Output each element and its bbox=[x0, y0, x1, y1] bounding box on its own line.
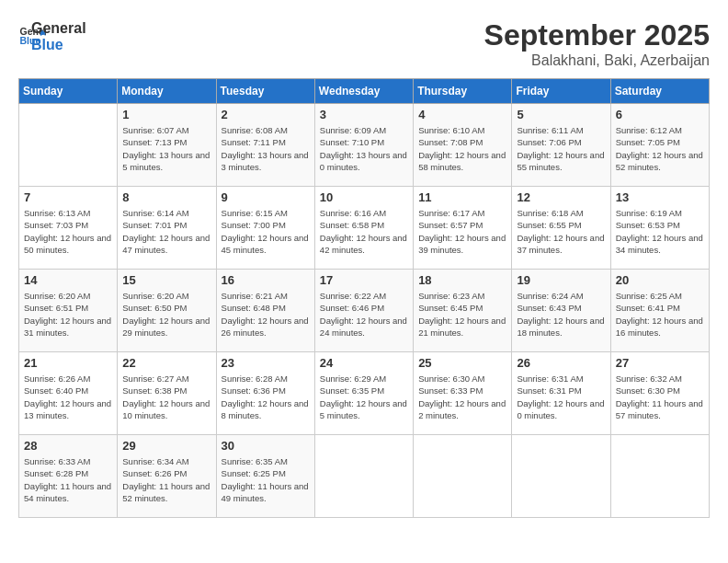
day-number: 26 bbox=[517, 356, 605, 370]
logo: General Blue General Blue bbox=[18, 18, 86, 52]
day-info: Sunrise: 6:22 AMSunset: 6:46 PMDaylight:… bbox=[320, 290, 408, 339]
day-number: 14 bbox=[24, 273, 112, 287]
day-number: 10 bbox=[320, 190, 408, 204]
logo-blue: Blue bbox=[31, 37, 86, 53]
day-info: Sunrise: 6:10 AMSunset: 7:08 PMDaylight:… bbox=[418, 124, 506, 173]
calendar-cell: 11Sunrise: 6:17 AMSunset: 6:57 PMDayligh… bbox=[414, 187, 512, 270]
day-info: Sunrise: 6:11 AMSunset: 7:06 PMDaylight:… bbox=[517, 124, 605, 173]
calendar-cell: 21Sunrise: 6:26 AMSunset: 6:40 PMDayligh… bbox=[19, 352, 118, 435]
calendar-body: 1Sunrise: 6:07 AMSunset: 7:13 PMDaylight… bbox=[19, 104, 710, 518]
calendar-cell: 22Sunrise: 6:27 AMSunset: 6:38 PMDayligh… bbox=[118, 352, 216, 435]
day-number: 19 bbox=[517, 273, 605, 287]
calendar-cell: 4Sunrise: 6:10 AMSunset: 7:08 PMDaylight… bbox=[414, 104, 512, 187]
calendar-cell: 15Sunrise: 6:20 AMSunset: 6:50 PMDayligh… bbox=[118, 270, 216, 352]
logo-general: General bbox=[31, 20, 86, 37]
day-number: 25 bbox=[418, 356, 506, 370]
calendar-cell: 9Sunrise: 6:15 AMSunset: 7:00 PMDaylight… bbox=[216, 187, 314, 270]
day-number: 1 bbox=[122, 108, 210, 121]
day-number: 15 bbox=[122, 273, 210, 287]
day-info: Sunrise: 6:23 AMSunset: 6:45 PMDaylight:… bbox=[418, 290, 506, 339]
day-info: Sunrise: 6:20 AMSunset: 6:51 PMDaylight:… bbox=[24, 290, 112, 339]
week-row-3: 21Sunrise: 6:26 AMSunset: 6:40 PMDayligh… bbox=[19, 352, 710, 435]
day-info: Sunrise: 6:25 AMSunset: 6:41 PMDaylight:… bbox=[616, 290, 704, 339]
day-info: Sunrise: 6:07 AMSunset: 7:13 PMDaylight:… bbox=[122, 124, 210, 173]
day-number: 7 bbox=[24, 190, 112, 204]
day-info: Sunrise: 6:15 AMSunset: 7:00 PMDaylight:… bbox=[222, 207, 310, 256]
day-number: 28 bbox=[24, 439, 112, 453]
week-row-0: 1Sunrise: 6:07 AMSunset: 7:13 PMDaylight… bbox=[19, 104, 710, 187]
calendar-cell: 17Sunrise: 6:22 AMSunset: 6:46 PMDayligh… bbox=[314, 270, 413, 352]
week-row-1: 7Sunrise: 6:13 AMSunset: 7:03 PMDaylight… bbox=[19, 187, 710, 270]
day-info: Sunrise: 6:14 AMSunset: 7:01 PMDaylight:… bbox=[122, 207, 210, 256]
day-number: 9 bbox=[222, 190, 310, 204]
month-title: September 2025 bbox=[484, 18, 710, 52]
calendar-cell: 1Sunrise: 6:07 AMSunset: 7:13 PMDaylight… bbox=[118, 104, 216, 187]
day-number: 17 bbox=[320, 273, 408, 287]
day-info: Sunrise: 6:18 AMSunset: 6:55 PMDaylight:… bbox=[517, 207, 605, 256]
day-number: 6 bbox=[616, 108, 704, 121]
calendar-cell: 19Sunrise: 6:24 AMSunset: 6:43 PMDayligh… bbox=[512, 270, 610, 352]
header-day-friday: Friday bbox=[512, 79, 610, 104]
calendar-cell bbox=[314, 435, 413, 518]
day-info: Sunrise: 6:16 AMSunset: 6:58 PMDaylight:… bbox=[320, 207, 408, 256]
day-info: Sunrise: 6:28 AMSunset: 6:36 PMDaylight:… bbox=[222, 373, 310, 421]
day-number: 20 bbox=[616, 273, 704, 287]
day-number: 22 bbox=[122, 356, 210, 370]
day-info: Sunrise: 6:09 AMSunset: 7:10 PMDaylight:… bbox=[320, 124, 408, 173]
calendar-cell bbox=[414, 435, 512, 518]
day-info: Sunrise: 6:26 AMSunset: 6:40 PMDaylight:… bbox=[24, 373, 112, 421]
day-info: Sunrise: 6:29 AMSunset: 6:35 PMDaylight:… bbox=[320, 373, 408, 421]
calendar-cell: 18Sunrise: 6:23 AMSunset: 6:45 PMDayligh… bbox=[414, 270, 512, 352]
week-row-2: 14Sunrise: 6:20 AMSunset: 6:51 PMDayligh… bbox=[19, 270, 710, 352]
calendar-cell: 7Sunrise: 6:13 AMSunset: 7:03 PMDaylight… bbox=[19, 187, 118, 270]
day-number: 11 bbox=[418, 190, 506, 204]
header-day-wednesday: Wednesday bbox=[314, 79, 413, 104]
calendar-cell: 29Sunrise: 6:34 AMSunset: 6:26 PMDayligh… bbox=[118, 435, 216, 518]
calendar-cell: 3Sunrise: 6:09 AMSunset: 7:10 PMDaylight… bbox=[314, 104, 413, 187]
day-number: 16 bbox=[222, 273, 310, 287]
day-info: Sunrise: 6:33 AMSunset: 6:28 PMDaylight:… bbox=[24, 455, 112, 504]
day-number: 30 bbox=[222, 439, 310, 453]
day-info: Sunrise: 6:32 AMSunset: 6:30 PMDaylight:… bbox=[616, 373, 704, 421]
header-day-saturday: Saturday bbox=[610, 79, 709, 104]
calendar-cell: 10Sunrise: 6:16 AMSunset: 6:58 PMDayligh… bbox=[314, 187, 413, 270]
day-number: 5 bbox=[517, 108, 605, 121]
header-day-thursday: Thursday bbox=[414, 79, 512, 104]
calendar-cell: 30Sunrise: 6:35 AMSunset: 6:25 PMDayligh… bbox=[216, 435, 314, 518]
page-header: General Blue General Blue September 2025… bbox=[18, 18, 710, 69]
day-info: Sunrise: 6:24 AMSunset: 6:43 PMDaylight:… bbox=[517, 290, 605, 339]
day-number: 27 bbox=[616, 356, 704, 370]
day-number: 24 bbox=[320, 356, 408, 370]
calendar-table: SundayMondayTuesdayWednesdayThursdayFrid… bbox=[18, 78, 710, 518]
calendar-cell: 23Sunrise: 6:28 AMSunset: 6:36 PMDayligh… bbox=[216, 352, 314, 435]
title-block: September 2025 Balakhani, Baki, Azerbaij… bbox=[484, 18, 710, 69]
day-info: Sunrise: 6:12 AMSunset: 7:05 PMDaylight:… bbox=[616, 124, 704, 173]
day-info: Sunrise: 6:31 AMSunset: 6:31 PMDaylight:… bbox=[517, 373, 605, 421]
day-info: Sunrise: 6:35 AMSunset: 6:25 PMDaylight:… bbox=[222, 455, 310, 504]
calendar-cell: 26Sunrise: 6:31 AMSunset: 6:31 PMDayligh… bbox=[512, 352, 610, 435]
calendar-cell: 28Sunrise: 6:33 AMSunset: 6:28 PMDayligh… bbox=[19, 435, 118, 518]
day-info: Sunrise: 6:21 AMSunset: 6:48 PMDaylight:… bbox=[222, 290, 310, 339]
day-info: Sunrise: 6:19 AMSunset: 6:53 PMDaylight:… bbox=[616, 207, 704, 256]
day-number: 12 bbox=[517, 190, 605, 204]
day-number: 21 bbox=[24, 356, 112, 370]
week-row-4: 28Sunrise: 6:33 AMSunset: 6:28 PMDayligh… bbox=[19, 435, 710, 518]
calendar-cell: 27Sunrise: 6:32 AMSunset: 6:30 PMDayligh… bbox=[610, 352, 709, 435]
calendar-cell: 20Sunrise: 6:25 AMSunset: 6:41 PMDayligh… bbox=[610, 270, 709, 352]
day-number: 3 bbox=[320, 108, 408, 121]
day-info: Sunrise: 6:30 AMSunset: 6:33 PMDaylight:… bbox=[418, 373, 506, 421]
calendar-cell: 13Sunrise: 6:19 AMSunset: 6:53 PMDayligh… bbox=[610, 187, 709, 270]
day-info: Sunrise: 6:27 AMSunset: 6:38 PMDaylight:… bbox=[122, 373, 210, 421]
calendar-cell: 24Sunrise: 6:29 AMSunset: 6:35 PMDayligh… bbox=[314, 352, 413, 435]
day-number: 18 bbox=[418, 273, 506, 287]
calendar-cell bbox=[610, 435, 709, 518]
day-info: Sunrise: 6:34 AMSunset: 6:26 PMDaylight:… bbox=[122, 455, 210, 504]
day-number: 2 bbox=[222, 108, 310, 121]
location: Balakhani, Baki, Azerbaijan bbox=[484, 52, 710, 69]
calendar-header: SundayMondayTuesdayWednesdayThursdayFrid… bbox=[19, 79, 710, 104]
day-info: Sunrise: 6:20 AMSunset: 6:50 PMDaylight:… bbox=[122, 290, 210, 339]
calendar-cell: 8Sunrise: 6:14 AMSunset: 7:01 PMDaylight… bbox=[118, 187, 216, 270]
header-day-tuesday: Tuesday bbox=[216, 79, 314, 104]
calendar-cell bbox=[19, 104, 118, 187]
header-day-monday: Monday bbox=[118, 79, 216, 104]
